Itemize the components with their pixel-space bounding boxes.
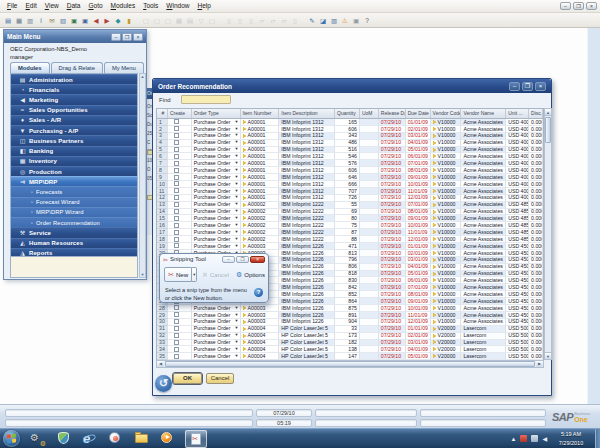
toolbar-navigate-back-icon[interactable]: ◆ [113, 15, 123, 26]
link-arrow-icon[interactable] [433, 196, 436, 200]
main-menu-close-button[interactable]: × [133, 33, 143, 41]
link-arrow-icon[interactable] [243, 340, 246, 344]
table-vertical-scrollbar[interactable]: ▲ ▼ [544, 108, 552, 360]
due-date-cell[interactable]: 08/01/09 [406, 291, 431, 298]
link-arrow-icon[interactable] [433, 230, 436, 234]
link-arrow-icon[interactable] [433, 210, 436, 214]
order-type-cell[interactable]: Purchase Order▼ [192, 153, 241, 160]
column-header-quantity[interactable]: Quantity [335, 109, 360, 118]
due-date-cell[interactable]: 08/01/09 [406, 209, 431, 216]
app-minimize-button[interactable]: – [560, 2, 571, 10]
menu-item-order-recommendation[interactable]: ▫Order Recommendation [11, 217, 137, 227]
link-arrow-icon[interactable] [433, 334, 436, 338]
menu-item-forecasts[interactable]: ▫Forecasts [11, 186, 137, 196]
new-snip-button[interactable]: ✂ New [164, 267, 192, 282]
order-type-cell[interactable]: Purchase Order▼ [192, 126, 241, 133]
toolbar-add-mode-icon[interactable]: ▢ [152, 15, 162, 26]
create-checkbox[interactable] [174, 340, 179, 345]
order-type-cell[interactable]: Purchase Order▼ [192, 147, 241, 154]
menu-item-purchasing-a-p[interactable]: ▼Purchasing - A/P [11, 125, 137, 135]
main-menu-maximize-button[interactable]: ❐ [122, 33, 132, 41]
menubar-item-file[interactable]: File [3, 0, 22, 12]
due-date-cell[interactable]: 06/01/09 [406, 277, 431, 284]
table-horizontal-scrollbar[interactable]: ◀ ▶ [156, 360, 544, 368]
toolbar-record-first-icon[interactable]: ◀ [91, 15, 101, 26]
menubar-item-tools[interactable]: Tools [139, 0, 162, 12]
due-date-cell[interactable]: 12/01/09 [406, 319, 431, 326]
due-date-cell[interactable]: 10/01/09 [406, 222, 431, 229]
taskbar-internet-explorer-icon[interactable]: e [82, 431, 98, 447]
toolbar-base-doc-icon[interactable]: ▯ [235, 15, 245, 26]
link-arrow-icon[interactable] [243, 141, 246, 145]
link-arrow-icon[interactable] [433, 320, 436, 324]
due-date-cell[interactable]: 09/01/09 [406, 215, 431, 222]
taskbar-media-player-icon[interactable] [160, 431, 176, 447]
menu-item-financials[interactable]: ◔Financials [11, 84, 137, 94]
due-date-cell[interactable]: 05/01/09 [406, 147, 431, 154]
taskbar-snipping-tool-button[interactable] [185, 430, 207, 448]
quantity-cell[interactable]: 576 [335, 160, 360, 167]
link-arrow-icon[interactable] [243, 237, 246, 241]
toolbar-settings-icon[interactable]: ▣ [351, 15, 361, 26]
due-date-cell[interactable]: 07/01/09 [406, 284, 431, 291]
due-date-cell[interactable]: 08/01/09 [406, 167, 431, 174]
taskbar-media-center-icon[interactable] [108, 431, 124, 447]
quantity-cell[interactable]: 891 [335, 312, 360, 319]
link-arrow-icon[interactable] [433, 272, 436, 276]
link-arrow-icon[interactable] [433, 182, 436, 186]
due-date-cell[interactable]: 12/01/09 [406, 236, 431, 243]
due-date-cell[interactable]: 03/01/09 [406, 133, 431, 140]
create-checkbox[interactable] [174, 175, 179, 180]
due-date-cell[interactable]: 01/01/09 [406, 326, 431, 333]
due-date-cell[interactable]: 04/01/09 [406, 346, 431, 353]
tray-show-hidden-icons[interactable]: ▲ [510, 436, 516, 442]
horizontal-scroll-thumb[interactable] [165, 361, 535, 367]
order-type-cell[interactable]: Purchase Order▼ [192, 305, 241, 312]
menu-item-banking[interactable]: ◧Banking [11, 146, 137, 156]
create-checkbox[interactable] [174, 209, 179, 214]
quantity-cell[interactable]: 182 [335, 340, 360, 347]
toolbar-edit-pencil-icon[interactable]: ✎ [307, 15, 317, 26]
link-arrow-icon[interactable] [433, 168, 436, 172]
vertical-scroll-thumb[interactable] [545, 117, 551, 143]
order-type-cell[interactable]: Purchase Order▼ [192, 319, 241, 326]
link-arrow-icon[interactable] [433, 313, 436, 317]
toolbar-launch-app-icon[interactable]: ◪ [318, 15, 328, 26]
quantity-cell[interactable]: 80 [335, 215, 360, 222]
toolbar-layout-designer-icon[interactable]: ▥ [329, 15, 339, 26]
menu-item-sales-opportunities[interactable]: ≈Sales Opportunities [11, 105, 137, 115]
link-arrow-icon[interactable] [433, 189, 436, 193]
create-checkbox[interactable] [174, 216, 179, 221]
tray-network-icon[interactable] [531, 435, 538, 442]
create-checkbox[interactable] [174, 195, 179, 200]
snipping-tool-titlebar[interactable]: ✂ Snipping Tool – ❐ × [160, 254, 268, 264]
quantity-cell[interactable]: 726 [335, 195, 360, 202]
quantity-cell[interactable]: 646 [335, 174, 360, 181]
column-header-due-date[interactable]: Due Date [406, 109, 431, 118]
column-header-vendor-code[interactable]: Vendor Code [431, 109, 462, 118]
main-menu-scrollbar[interactable]: ▲ ▼ [139, 73, 146, 278]
create-checkbox[interactable] [174, 168, 179, 173]
link-arrow-icon[interactable] [243, 216, 246, 220]
quantity-cell[interactable]: 707 [335, 188, 360, 195]
due-date-cell[interactable]: 04/01/09 [406, 264, 431, 271]
app-restore-button[interactable]: ❐ [573, 2, 584, 10]
quantity-cell[interactable]: 55 [335, 202, 360, 209]
menu-item-forecast-wizard[interactable]: ▫Forecast Wizard [11, 197, 137, 207]
order-type-cell[interactable]: Purchase Order▼ [192, 312, 241, 319]
order-type-cell[interactable]: Purchase Order▼ [192, 215, 241, 222]
order-type-cell[interactable]: Purchase Order▼ [192, 167, 241, 174]
order-window-titlebar[interactable]: Order Recommendation – ❐ × [153, 79, 551, 93]
toolbar-print-preview-icon[interactable]: ▥ [25, 15, 35, 26]
taskbar-clock[interactable]: 5:19 AM 7/29/2010 [551, 430, 591, 447]
create-checkbox[interactable] [174, 140, 179, 145]
column-header-#[interactable]: # [157, 109, 168, 118]
due-date-cell[interactable]: 03/01/09 [406, 340, 431, 347]
link-arrow-icon[interactable] [433, 354, 436, 358]
order-type-cell[interactable]: Purchase Order▼ [192, 326, 241, 333]
link-arrow-icon[interactable] [243, 189, 246, 193]
order-window-minimize-button[interactable]: – [509, 82, 520, 91]
create-checkbox[interactable] [174, 126, 179, 131]
link-arrow-icon[interactable] [433, 120, 436, 124]
quantity-cell[interactable]: 818 [335, 271, 360, 278]
